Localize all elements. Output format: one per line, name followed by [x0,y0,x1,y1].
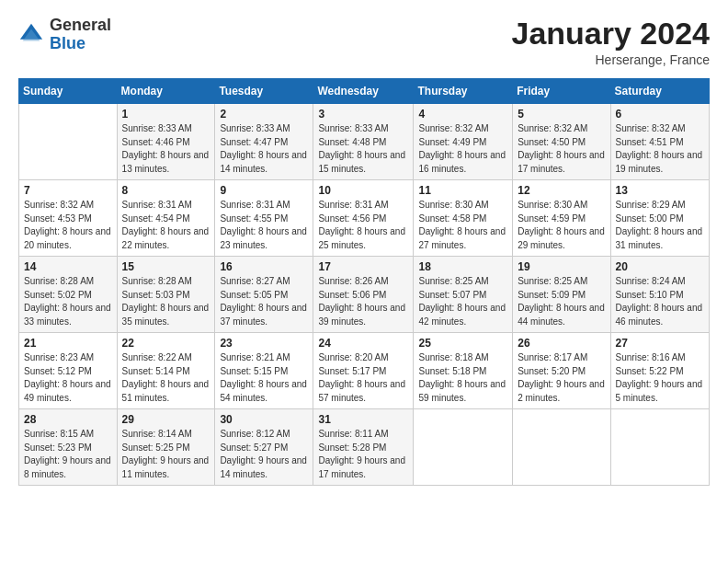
day-number: 18 [418,260,507,273]
calendar-cell-w5-d4 [414,409,513,486]
day-info: Sunrise: 8:32 AM Sunset: 4:50 PM Dayligh… [518,122,605,176]
location-subtitle: Herserange, France [512,52,711,67]
day-info: Sunrise: 8:26 AM Sunset: 5:06 PM Dayligh… [318,275,408,328]
calendar-cell-w5-d5 [513,409,610,486]
calendar-cell-w4-d1: 22Sunrise: 8:22 AM Sunset: 5:14 PM Dayli… [117,333,215,409]
day-info: Sunrise: 8:18 AM Sunset: 5:18 PM Dayligh… [418,351,507,405]
calendar-cell-w2-d4: 11Sunrise: 8:30 AM Sunset: 4:58 PM Dayli… [414,180,513,257]
calendar-cell-w1-d3: 3Sunrise: 8:33 AM Sunset: 4:48 PM Daylig… [313,104,414,180]
calendar-cell-w2-d2: 9Sunrise: 8:31 AM Sunset: 4:55 PM Daylig… [215,180,313,257]
day-info: Sunrise: 8:25 AM Sunset: 5:07 PM Dayligh… [418,275,507,328]
day-info: Sunrise: 8:29 AM Sunset: 5:00 PM Dayligh… [616,199,704,252]
calendar-cell-w4-d0: 21Sunrise: 8:23 AM Sunset: 5:12 PM Dayli… [19,333,118,409]
day-number: 6 [616,108,704,121]
day-info: Sunrise: 8:12 AM Sunset: 5:27 PM Dayligh… [220,428,308,481]
week-row-1: 1Sunrise: 8:33 AM Sunset: 4:46 PM Daylig… [19,104,710,180]
calendar-cell-w3-d6: 20Sunrise: 8:24 AM Sunset: 5:10 PM Dayli… [610,257,709,333]
day-info: Sunrise: 8:24 AM Sunset: 5:10 PM Dayligh… [616,275,704,328]
day-info: Sunrise: 8:30 AM Sunset: 4:59 PM Dayligh… [518,199,605,252]
day-number: 31 [318,413,408,426]
calendar-cell-w1-d0 [19,104,118,180]
day-number: 26 [518,337,605,350]
day-number: 21 [24,337,112,350]
calendar-cell-w3-d3: 17Sunrise: 8:26 AM Sunset: 5:06 PM Dayli… [313,257,414,333]
day-number: 9 [220,184,308,197]
calendar-cell-w4-d4: 25Sunrise: 8:18 AM Sunset: 5:18 PM Dayli… [414,333,513,409]
day-number: 23 [220,337,308,350]
title-block: January 2024 Herserange, France [512,17,711,67]
header-thursday: Thursday [414,79,513,104]
day-number: 28 [24,413,112,426]
day-info: Sunrise: 8:28 AM Sunset: 5:03 PM Dayligh… [122,275,210,328]
calendar-table: Sunday Monday Tuesday Wednesday Thursday… [18,78,710,486]
calendar-cell-w3-d2: 16Sunrise: 8:27 AM Sunset: 5:05 PM Dayli… [215,257,313,333]
calendar-cell-w1-d6: 6Sunrise: 8:32 AM Sunset: 4:51 PM Daylig… [610,104,709,180]
day-number: 17 [318,260,408,273]
day-number: 5 [518,108,605,121]
day-info: Sunrise: 8:20 AM Sunset: 5:17 PM Dayligh… [318,351,408,405]
logo: General Blue [18,17,111,53]
calendar-cell-w3-d5: 19Sunrise: 8:25 AM Sunset: 5:09 PM Dayli… [513,257,610,333]
header-wednesday: Wednesday [313,79,414,104]
day-number: 11 [418,184,507,197]
calendar-cell-w5-d1: 29Sunrise: 8:14 AM Sunset: 5:25 PM Dayli… [117,409,215,486]
day-number: 15 [122,260,210,273]
calendar-cell-w3-d0: 14Sunrise: 8:28 AM Sunset: 5:02 PM Dayli… [19,257,118,333]
day-info: Sunrise: 8:32 AM Sunset: 4:51 PM Dayligh… [616,122,704,176]
day-info: Sunrise: 8:32 AM Sunset: 4:53 PM Dayligh… [24,199,112,252]
day-number: 27 [616,337,704,350]
month-title: January 2024 [512,17,711,51]
day-info: Sunrise: 8:17 AM Sunset: 5:20 PM Dayligh… [518,351,605,405]
calendar-cell-w1-d4: 4Sunrise: 8:32 AM Sunset: 4:49 PM Daylig… [414,104,513,180]
logo-general-text: General [50,17,111,35]
header-monday: Monday [117,79,215,104]
logo-blue-text: Blue [50,35,111,53]
day-info: Sunrise: 8:22 AM Sunset: 5:14 PM Dayligh… [122,351,210,405]
calendar-cell-w4-d6: 27Sunrise: 8:16 AM Sunset: 5:22 PM Dayli… [610,333,709,409]
day-info: Sunrise: 8:16 AM Sunset: 5:22 PM Dayligh… [616,351,704,405]
day-number: 16 [220,260,308,273]
day-number: 3 [318,108,408,121]
calendar-cell-w3-d1: 15Sunrise: 8:28 AM Sunset: 5:03 PM Dayli… [117,257,215,333]
day-number: 10 [318,184,408,197]
day-info: Sunrise: 8:25 AM Sunset: 5:09 PM Dayligh… [518,275,605,328]
calendar-cell-w3-d4: 18Sunrise: 8:25 AM Sunset: 5:07 PM Dayli… [414,257,513,333]
logo-icon [18,22,44,48]
calendar-cell-w5-d0: 28Sunrise: 8:15 AM Sunset: 5:23 PM Dayli… [19,409,118,486]
day-info: Sunrise: 8:33 AM Sunset: 4:46 PM Dayligh… [122,122,210,176]
header-tuesday: Tuesday [215,79,313,104]
calendar-cell-w4-d2: 23Sunrise: 8:21 AM Sunset: 5:15 PM Dayli… [215,333,313,409]
day-info: Sunrise: 8:33 AM Sunset: 4:47 PM Dayligh… [220,122,308,176]
header-sunday: Sunday [19,79,118,104]
day-number: 14 [24,260,112,273]
day-number: 30 [220,413,308,426]
day-number: 4 [418,108,507,121]
day-number: 7 [24,184,112,197]
calendar-cell-w2-d5: 12Sunrise: 8:30 AM Sunset: 4:59 PM Dayli… [513,180,610,257]
day-number: 2 [220,108,308,121]
day-info: Sunrise: 8:21 AM Sunset: 5:15 PM Dayligh… [220,351,308,405]
day-number: 29 [122,413,210,426]
day-info: Sunrise: 8:15 AM Sunset: 5:23 PM Dayligh… [24,428,112,481]
day-number: 19 [518,260,605,273]
header-saturday: Saturday [610,79,709,104]
calendar-cell-w4-d5: 26Sunrise: 8:17 AM Sunset: 5:20 PM Dayli… [513,333,610,409]
day-info: Sunrise: 8:14 AM Sunset: 5:25 PM Dayligh… [122,428,210,481]
calendar-cell-w2-d3: 10Sunrise: 8:31 AM Sunset: 4:56 PM Dayli… [313,180,414,257]
day-info: Sunrise: 8:23 AM Sunset: 5:12 PM Dayligh… [24,351,112,405]
week-row-5: 28Sunrise: 8:15 AM Sunset: 5:23 PM Dayli… [19,409,710,486]
day-info: Sunrise: 8:30 AM Sunset: 4:58 PM Dayligh… [418,199,507,252]
calendar-cell-w5-d2: 30Sunrise: 8:12 AM Sunset: 5:27 PM Dayli… [215,409,313,486]
day-info: Sunrise: 8:28 AM Sunset: 5:02 PM Dayligh… [24,275,112,328]
day-info: Sunrise: 8:27 AM Sunset: 5:05 PM Dayligh… [220,275,308,328]
day-number: 13 [616,184,704,197]
calendar-cell-w5-d3: 31Sunrise: 8:11 AM Sunset: 5:28 PM Dayli… [313,409,414,486]
day-info: Sunrise: 8:31 AM Sunset: 4:54 PM Dayligh… [122,199,210,252]
day-info: Sunrise: 8:31 AM Sunset: 4:56 PM Dayligh… [318,199,408,252]
calendar-cell-w2-d6: 13Sunrise: 8:29 AM Sunset: 5:00 PM Dayli… [610,180,709,257]
day-number: 12 [518,184,605,197]
day-number: 22 [122,337,210,350]
day-info: Sunrise: 8:32 AM Sunset: 4:49 PM Dayligh… [418,122,507,176]
day-info: Sunrise: 8:33 AM Sunset: 4:48 PM Dayligh… [318,122,408,176]
page: General Blue January 2024 Herserange, Fr… [0,0,728,563]
